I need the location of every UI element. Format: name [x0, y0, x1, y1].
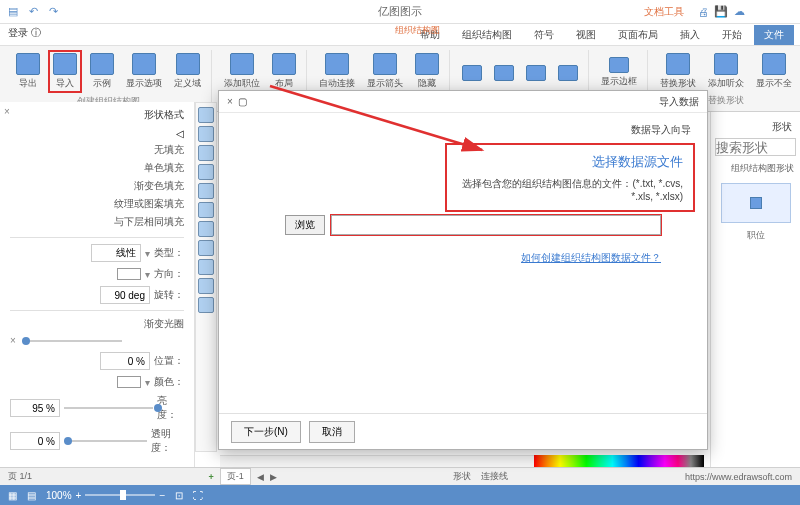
btn-definefield[interactable]: 定义域 — [170, 51, 205, 92]
shape-thumb[interactable] — [721, 183, 791, 223]
print-icon[interactable]: 🖨 — [696, 5, 710, 19]
tab-pagelayout[interactable]: 页面布局 — [608, 25, 668, 45]
btn-layout[interactable]: 布局 — [268, 51, 300, 92]
callout-sub: 选择包含您的组织结构图信息的文件：(*.txt, *.cvs, *.xls, *… — [457, 177, 683, 202]
bright-slider[interactable] — [64, 407, 153, 409]
type-input[interactable] — [91, 244, 141, 262]
context-sub-label: 组织结构图 — [395, 24, 440, 37]
btn-g4b[interactable] — [490, 63, 518, 83]
palette-item[interactable] — [198, 145, 214, 161]
dir-swatch[interactable] — [117, 268, 141, 280]
tab-view[interactable]: 视图 — [566, 25, 606, 45]
right-panel: 形状 组织结构图形状 职位 — [710, 112, 800, 472]
cursor-icon: ◁ — [176, 128, 184, 139]
view-grid-icon[interactable]: ▦ — [8, 490, 17, 501]
page-tab[interactable]: 页-1 — [220, 468, 251, 485]
format-panel: × 形状格式 ◁ 无填充 单色填充 渐变色填充 纹理或图案填充 与下层相同填充 … — [0, 102, 195, 472]
btn-hide[interactable]: 隐藏 — [411, 51, 443, 92]
btn-g4d[interactable] — [554, 63, 582, 83]
next-button[interactable]: 下一步(N) — [231, 421, 301, 443]
dialog-title: 导入数据 — [659, 95, 699, 109]
palette-item[interactable] — [198, 164, 214, 180]
panel-close-icon[interactable]: × — [4, 106, 10, 117]
zoom-in-icon[interactable]: + — [76, 490, 82, 501]
rp-header: 形状 — [715, 116, 796, 138]
browse-button[interactable]: 浏览 — [285, 215, 325, 235]
undo-icon[interactable]: ↶ — [26, 5, 40, 19]
btn-showpartial[interactable]: 显示不全 — [752, 51, 796, 92]
titlebar: ▤ ↶ ↷ 亿图图示 文档工具 🖨 💾 ☁ 登录 ⓘ — [0, 0, 800, 24]
btn-addpos[interactable]: 添加职位 — [220, 51, 264, 92]
gradient-slider[interactable] — [22, 340, 122, 342]
rp-sub: 组织结构图形状 — [715, 160, 796, 177]
lb-shapes[interactable]: 形状 — [453, 470, 471, 483]
login-link[interactable]: 登录 ⓘ — [4, 24, 45, 42]
opt-solid[interactable]: 单色填充 — [144, 161, 184, 175]
palette-item[interactable] — [198, 259, 214, 275]
tgroup-replace-label: 替换形状 — [708, 94, 744, 107]
shape-palette — [195, 102, 217, 452]
linkbar: 页 1/1 + 页-1 ◀ ▶ 形状 连接线 https://www.edraw… — [0, 467, 800, 485]
opt-pattern[interactable]: 纹理或图案填充 — [114, 197, 184, 211]
opt-gradient[interactable]: 渐变色填充 — [134, 179, 184, 193]
palette-item[interactable] — [198, 202, 214, 218]
tab-file[interactable]: 文件 — [754, 25, 794, 45]
btn-showarrow[interactable]: 显示箭头 — [363, 51, 407, 92]
dialog-callout: 选择数据源文件 选择包含您的组织结构图信息的文件：(*.txt, *.cvs, … — [445, 143, 695, 212]
dialog-close-icon[interactable]: × — [227, 96, 233, 107]
add-page-icon[interactable]: + — [209, 472, 214, 482]
palette-item[interactable] — [198, 107, 214, 123]
cloud-icon[interactable]: ☁ — [732, 5, 746, 19]
nav-next-icon[interactable]: ▶ — [270, 472, 277, 482]
lb-connectors[interactable]: 连接线 — [481, 470, 508, 483]
angle-input[interactable] — [100, 286, 150, 304]
btn-showborder[interactable]: 显示边框 — [597, 55, 641, 90]
palette-item[interactable] — [198, 183, 214, 199]
pos-input[interactable] — [100, 352, 150, 370]
btn-import[interactable]: 导入 — [48, 50, 82, 93]
zoom-slider[interactable] — [85, 494, 155, 496]
tab-orgchart[interactable]: 组织结构图 — [452, 25, 522, 45]
opt-nofill[interactable]: 无填充 — [154, 143, 184, 157]
palette-item[interactable] — [198, 221, 214, 237]
btn-g4a[interactable] — [458, 63, 486, 83]
btn-displayopts[interactable]: 显示选项 — [122, 51, 166, 92]
tab-symbols[interactable]: 符号 — [524, 25, 564, 45]
panel-title: 形状格式 — [10, 108, 184, 122]
grad-label: 渐变光圈 — [144, 317, 184, 331]
cancel-button[interactable]: 取消 — [309, 421, 355, 443]
btn-export[interactable]: 导出 — [12, 51, 44, 92]
tab-insert[interactable]: 插入 — [670, 25, 710, 45]
app-menu-icon[interactable]: ▤ — [6, 5, 20, 19]
stop-remove-icon[interactable]: × — [10, 335, 16, 346]
help-link[interactable]: 如何创建组织结构图数据文件？ — [521, 252, 661, 263]
palette-item[interactable] — [198, 278, 214, 294]
tab-start[interactable]: 开始 — [712, 25, 752, 45]
btn-replaceshape[interactable]: 替换形状 — [656, 51, 700, 92]
btn-addaudience[interactable]: 添加听众 — [704, 51, 748, 92]
footer-url: https://www.edrawsoft.com — [685, 472, 792, 482]
btn-g4c[interactable] — [522, 63, 550, 83]
shape-search-input[interactable] — [715, 138, 796, 156]
fit-icon[interactable]: ⊡ — [175, 490, 183, 501]
zoom-value: 100% — [46, 490, 72, 501]
opacity-slider[interactable] — [64, 440, 147, 442]
palette-item[interactable] — [198, 126, 214, 142]
color-swatch[interactable] — [117, 376, 141, 388]
file-path-input[interactable] — [331, 215, 661, 235]
palette-item[interactable] — [198, 297, 214, 313]
save-icon[interactable]: 💾 — [714, 5, 728, 19]
btn-example[interactable]: 示例 — [86, 51, 118, 92]
zoom-out-icon[interactable]: − — [159, 490, 165, 501]
nav-prev-icon[interactable]: ◀ — [257, 472, 264, 482]
bright-input[interactable] — [10, 399, 60, 417]
opacity-input[interactable] — [10, 432, 60, 450]
dialog-expand-icon[interactable]: ▢ — [238, 96, 247, 107]
palette-item[interactable] — [198, 240, 214, 256]
opt-inherit[interactable]: 与下层相同填充 — [114, 215, 184, 229]
view-page-icon[interactable]: ▤ — [27, 490, 36, 501]
btn-autoconnect[interactable]: 自动连接 — [315, 51, 359, 92]
redo-icon[interactable]: ↷ — [46, 5, 60, 19]
fullscreen-icon[interactable]: ⛶ — [193, 490, 203, 501]
color-strip[interactable] — [534, 455, 704, 467]
